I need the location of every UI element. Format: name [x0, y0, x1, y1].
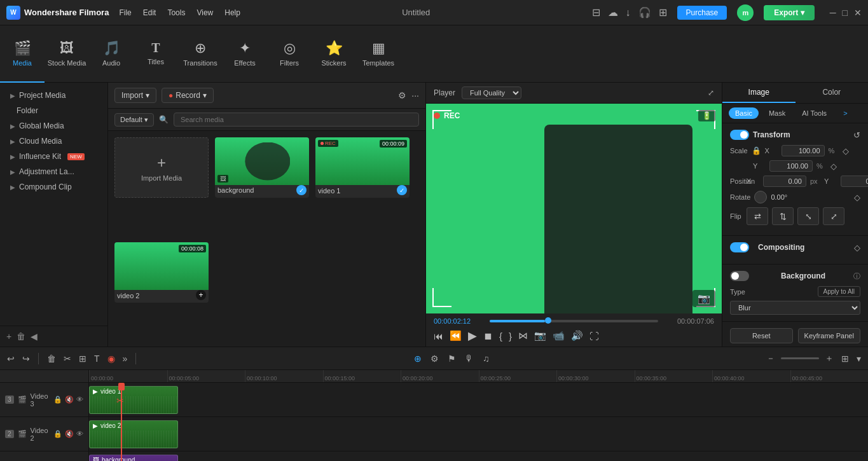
blur-type-select[interactable]: Blur	[730, 301, 860, 315]
import-media-placeholder[interactable]: + Import Media	[114, 137, 209, 198]
split-icon[interactable]: ⋈	[518, 330, 528, 341]
track3-lock-icon[interactable]: 🔒	[53, 396, 62, 404]
track3-mute-icon[interactable]: 🔇	[65, 396, 74, 404]
sidebar-item-adjustment[interactable]: ▶ Adjustment La...	[0, 164, 107, 179]
menu-file[interactable]: File	[119, 8, 131, 17]
tl-marker-button[interactable]: ⚑	[446, 352, 458, 366]
fullscreen-icon[interactable]: ⛶	[589, 331, 599, 341]
menu-edit[interactable]: Edit	[143, 8, 156, 17]
mark-out-icon[interactable]: }	[509, 331, 512, 341]
tool-effects[interactable]: ✦ Effects	[223, 25, 267, 83]
tool-filters[interactable]: ◎ Filters	[267, 25, 312, 83]
stop-icon[interactable]: ⏹	[483, 331, 493, 341]
menu-help[interactable]: Help	[224, 8, 240, 17]
snapshot-icon[interactable]: 📷	[534, 330, 546, 341]
win-maximize[interactable]: □	[843, 8, 848, 18]
transform-toggle[interactable]	[730, 130, 749, 140]
media-item-background[interactable]: 🖼 background ✓	[215, 137, 309, 198]
search-input[interactable]	[174, 113, 419, 127]
tab-color[interactable]: Color	[796, 83, 869, 103]
mark-in-icon[interactable]: {	[499, 331, 502, 341]
sidebar-item-folder[interactable]: Folder	[0, 103, 107, 118]
tool-media[interactable]: 🎬 Media	[0, 25, 45, 83]
tl-text-button[interactable]: T	[92, 352, 102, 366]
tl-snap-button[interactable]: ⊕	[412, 352, 424, 366]
tool-titles[interactable]: T Titles	[134, 25, 178, 83]
rotate-circle[interactable]	[754, 191, 767, 203]
collapse-sidebar-icon[interactable]: ◀	[31, 331, 38, 341]
tl-clip-video1[interactable]: ▶ video 1 ✂	[89, 386, 178, 414]
compositing-toggle[interactable]	[730, 242, 749, 252]
scale-x-input[interactable]	[782, 145, 825, 156]
sidebar-item-global-media[interactable]: ▶ Global Media	[0, 118, 107, 134]
scale-y-input[interactable]	[769, 160, 813, 172]
go-start-icon[interactable]: ⏮	[434, 331, 443, 341]
flip-horizontal-button[interactable]: ⇄	[747, 207, 768, 225]
filter-icon[interactable]: ⚙	[398, 90, 406, 100]
download-icon[interactable]: ↓	[626, 7, 631, 18]
tool-audio[interactable]: 🎵 Audio	[89, 25, 134, 83]
subtab-more[interactable]: >	[837, 107, 853, 119]
scale-y-reset-icon[interactable]: ◇	[830, 162, 837, 171]
tl-color-button[interactable]: ◉	[106, 352, 117, 366]
scale-x-reset-icon[interactable]: ◇	[843, 146, 849, 156]
tl-record-button[interactable]: 🎙	[463, 352, 476, 366]
track2-eye-icon[interactable]: 👁	[76, 430, 83, 438]
step-back-icon[interactable]: ⏪	[450, 330, 462, 341]
tool-templates[interactable]: ▦ Templates	[356, 25, 401, 83]
tool-transitions[interactable]: ⊕ Transitions	[178, 25, 223, 83]
subtab-mask[interactable]: Mask	[762, 107, 792, 119]
win-minimize[interactable]: ─	[830, 8, 836, 18]
subtab-ai-tools[interactable]: AI Tools	[796, 107, 833, 119]
tl-more-button[interactable]: »	[121, 352, 130, 366]
keyframe-panel-button[interactable]: Keyframe Panel	[798, 328, 861, 343]
media-item-video2[interactable]: 00:00:08 video 2 +	[114, 242, 209, 303]
flip-vertical-button[interactable]: ⇅	[772, 207, 794, 225]
quality-select[interactable]: Full Quality	[462, 86, 521, 99]
tl-clip-background[interactable]: 🖼 background	[89, 455, 178, 461]
position-x-input[interactable]	[763, 175, 806, 187]
record-button[interactable]: ● Record ▾	[162, 88, 214, 103]
track2-mute-icon[interactable]: 🔇	[65, 430, 74, 438]
menu-view[interactable]: View	[196, 8, 213, 17]
menu-tools[interactable]: Tools	[167, 8, 185, 17]
track3-eye-icon[interactable]: 👁	[76, 396, 83, 404]
tl-redo-button[interactable]: ↪	[20, 352, 32, 366]
tl-crop-button[interactable]: ⊞	[77, 352, 88, 366]
tl-zoom-out-button[interactable]: －	[764, 351, 777, 366]
reset-button[interactable]: Reset	[730, 328, 793, 343]
position-y-input[interactable]	[841, 175, 868, 187]
tool-stock[interactable]: 🖼 Stock Media	[45, 25, 89, 83]
tl-settings-button[interactable]: ⚙	[429, 352, 441, 366]
background-toggle[interactable]	[730, 271, 749, 281]
apps-icon[interactable]: ⊞	[659, 6, 667, 18]
sidebar-item-influence-kit[interactable]: ▶ Influence Kit NEW	[0, 149, 107, 164]
delete-icon[interactable]: 🗑	[17, 331, 25, 341]
tl-grid-button[interactable]: ⊞	[839, 352, 851, 366]
tl-zoom-in-button[interactable]: ＋	[823, 351, 836, 366]
player-expand-icon[interactable]: ⤢	[708, 88, 714, 97]
apply-all-button[interactable]: Apply to All	[818, 286, 860, 297]
transform-reset-icon[interactable]: ↺	[853, 130, 860, 140]
tl-delete-button[interactable]: 🗑	[45, 352, 58, 366]
win-close[interactable]: ✕	[854, 8, 862, 18]
add-folder-icon[interactable]: +	[6, 331, 11, 341]
track2-lock-icon[interactable]: 🔒	[53, 430, 62, 438]
media-item-video1[interactable]: REC 00:00:09 video 1 ✓	[315, 137, 410, 198]
sidebar-item-cloud-media[interactable]: ▶ Cloud Media	[0, 134, 107, 149]
progress-bar[interactable]	[490, 320, 658, 322]
tl-cut-button[interactable]: ✂	[62, 352, 73, 366]
compositing-reset-icon[interactable]: ◇	[854, 243, 860, 252]
sidebar-item-compound-clip[interactable]: ▶ Compound Clip	[0, 179, 107, 195]
tl-audio-button[interactable]: ♫	[481, 352, 492, 366]
more-options-icon[interactable]: ···	[411, 90, 419, 100]
subtab-basic[interactable]: Basic	[729, 107, 759, 119]
tl-zoom-slider[interactable]	[781, 357, 819, 359]
minimize-icon[interactable]: ⊟	[592, 6, 600, 18]
tab-image[interactable]: Image	[722, 83, 796, 103]
import-button[interactable]: Import ▾	[114, 88, 156, 103]
lock-icon[interactable]: 🔒	[752, 146, 761, 155]
flip-diagonal2-button[interactable]: ⤢	[823, 207, 844, 225]
audio-icon[interactable]: 🔊	[571, 330, 583, 341]
export-button[interactable]: Export ▾	[764, 5, 814, 20]
